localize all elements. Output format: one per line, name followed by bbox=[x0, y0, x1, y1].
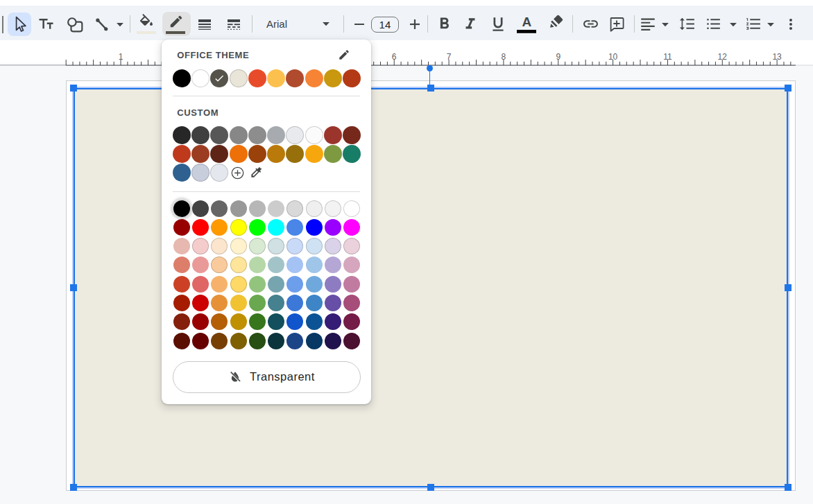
svg-text:11: 11 bbox=[663, 52, 672, 62]
svg-text:8: 8 bbox=[502, 52, 506, 62]
svg-text:10: 10 bbox=[608, 52, 618, 62]
svg-text:7: 7 bbox=[447, 52, 452, 62]
svg-text:1: 1 bbox=[119, 52, 123, 62]
svg-text:9: 9 bbox=[556, 52, 560, 62]
svg-text:A: A bbox=[522, 16, 531, 29]
svg-text:6: 6 bbox=[392, 52, 397, 62]
svg-text:12: 12 bbox=[718, 52, 728, 62]
svg-text:13: 13 bbox=[772, 52, 782, 62]
